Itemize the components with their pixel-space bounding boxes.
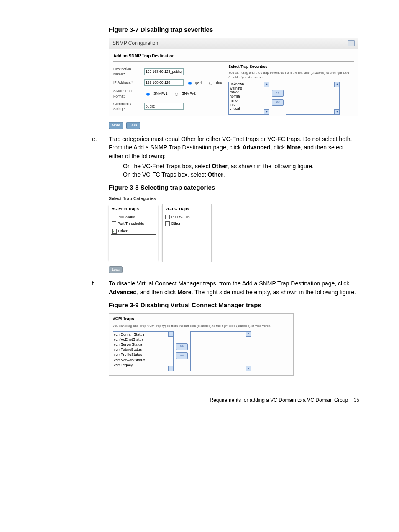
step-e-marker: e. (92, 135, 109, 179)
community-string-input[interactable] (144, 103, 184, 110)
ip-address-label: IP Address:* (113, 80, 142, 85)
trap-format-label: SNMP Trap Format: (113, 88, 142, 99)
figure-3-8-caption: Figure 3-8 Selecting trap categories (109, 183, 359, 192)
scroll-down-icon[interactable]: ▾ (334, 109, 340, 115)
dest-name-label: Destination Name:* (113, 67, 142, 77)
move-right-button[interactable]: >> (272, 90, 284, 97)
figure-3-9-caption: Figure 3-9 Disabling Virtual Connect Man… (109, 301, 359, 310)
vcm-enabled-list[interactable]: ▴ ▾ (190, 331, 251, 371)
figure-3-8-image: Select Trap Categories VC-Enet Traps Por… (109, 195, 359, 273)
step-f-marker: f. (92, 279, 109, 296)
list-item[interactable]: critical (230, 107, 268, 111)
add-snmp-dest-header: Add an SNMP Trap Destination (113, 52, 354, 62)
vc-fc-traps-title: VC-FC Traps (165, 206, 209, 212)
scroll-up-icon[interactable]: ▴ (264, 82, 269, 87)
figure-3-7-caption: Figure 3-7 Disabling trap severities (109, 25, 359, 34)
more-button[interactable]: More (109, 122, 123, 129)
dash-marker: — (109, 170, 123, 179)
snmpv1-label: SNMPv1 (153, 91, 168, 96)
community-string-label: Community String:* (113, 101, 142, 112)
scroll-down-icon[interactable]: ▾ (168, 366, 174, 371)
checkbox-icon[interactable] (112, 221, 116, 226)
severities-enabled-list[interactable]: ▴ ▾ (286, 82, 340, 115)
ipv4-label: ipv4 (195, 80, 202, 85)
ipv4-radio[interactable] (188, 82, 192, 85)
vcm-traps-help-text: You can drag and drop VCM trap types fro… (113, 324, 290, 329)
list-item[interactable]: vcmFabricStatus (114, 347, 172, 352)
step-e-text: Trap categories must equal Other for eit… (109, 135, 359, 179)
list-item[interactable]: vcmVcEnetStatus (114, 337, 172, 342)
vc-enet-traps-column: VC-Enet Traps Port Status Port Threshold… (109, 204, 158, 262)
figure-3-9-image: VCM Traps You can drag and drop VCM trap… (109, 313, 294, 376)
snmpv2-radio[interactable] (175, 93, 178, 96)
select-trap-categories-header: Select Trap Categories (109, 195, 359, 202)
checkbox-icon[interactable] (165, 221, 170, 226)
dns-radio[interactable] (209, 82, 212, 85)
ip-address-input[interactable] (144, 79, 184, 86)
dest-name-input[interactable] (144, 68, 184, 75)
snmpv1-radio[interactable] (146, 93, 150, 96)
titlebar-text: SNMP Configuration (113, 40, 158, 47)
checkbox-label: Port Thresholds (118, 221, 144, 226)
checkbox-icon[interactable] (165, 215, 170, 219)
scroll-up-icon[interactable]: ▴ (168, 331, 174, 337)
snmpv2-label: SNMPv2 (182, 91, 196, 96)
step-f-text: To disable Virtual Connect Manager traps… (109, 279, 359, 296)
less-button[interactable]: Less (126, 122, 140, 129)
checkbox-label: Other (118, 229, 128, 234)
list-item[interactable]: minor (230, 99, 268, 103)
checkbox-label: Port Status (171, 214, 190, 220)
checkbox-label: Other (171, 221, 181, 226)
list-item[interactable]: vcmLegacy (114, 362, 172, 368)
list-item[interactable]: vcmServerStatus (114, 342, 172, 347)
page-number: 35 (354, 397, 359, 403)
move-left-button[interactable]: << (272, 99, 284, 106)
scroll-down-icon[interactable]: ▾ (246, 366, 251, 371)
dash-marker: — (109, 162, 123, 170)
checkbox-icon[interactable] (112, 215, 116, 219)
vc-enet-traps-title: VC-Enet Traps (112, 206, 155, 212)
list-item[interactable]: vcmNetworkStatus (114, 357, 172, 362)
checkbox-label: Port Status (118, 214, 136, 220)
snmp-config-titlebar: SNMP Configuration (109, 38, 358, 49)
vcm-disabled-list[interactable]: ▴ vcmDomainStatus vcmVcEnetStatus vcmSer… (113, 331, 174, 371)
severities-disabled-list[interactable]: ▴ unknown warning major normal minor inf… (228, 82, 269, 115)
dns-label: dns (216, 80, 222, 85)
footer-text: Requirements for adding a VC Domain to a… (210, 397, 348, 403)
move-right-button[interactable]: >> (176, 343, 188, 350)
move-left-button[interactable]: << (176, 352, 188, 359)
list-item[interactable]: vcmDomainStatus (114, 332, 172, 337)
vcm-traps-header: VCM Traps (113, 316, 290, 322)
list-item[interactable]: vcmProfileStatus (114, 352, 172, 357)
scroll-down-icon[interactable]: ▾ (264, 109, 269, 115)
scroll-up-icon[interactable]: ▴ (246, 331, 251, 337)
minimize-icon[interactable] (348, 40, 355, 46)
vc-fc-traps-column: VC-FC Traps Port Status Other (162, 204, 212, 262)
severities-help-text: You can drag and drop trap severities fr… (228, 70, 354, 80)
figure-3-7-image: SNMP Configuration Add an SNMP Trap Dest… (109, 38, 358, 116)
less-button[interactable]: Less (109, 266, 123, 273)
select-severities-header: Select Trap Severities (228, 64, 354, 69)
scroll-up-icon[interactable]: ▴ (334, 82, 340, 87)
checkbox-icon[interactable]: ✓ (112, 229, 117, 234)
page-footer: Requirements for adding a VC Domain to a… (92, 397, 359, 404)
